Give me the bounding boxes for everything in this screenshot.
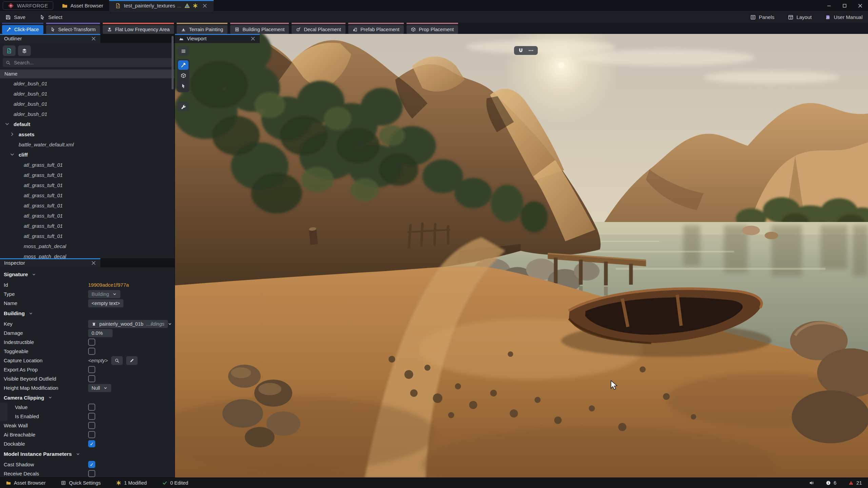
chevron-down-icon[interactable] xyxy=(10,152,15,157)
more-icon[interactable] xyxy=(528,48,534,53)
select-tool-button[interactable] xyxy=(178,81,189,91)
place-tool-button[interactable] xyxy=(178,60,189,70)
tab-asset-browser[interactable]: Asset Browser xyxy=(56,0,110,11)
search-input[interactable] xyxy=(13,60,169,66)
outliner-tree-row[interactable]: default xyxy=(0,119,175,129)
maximize-button[interactable] xyxy=(837,0,852,11)
close-panel-icon[interactable] xyxy=(91,260,96,266)
select-button[interactable]: Select xyxy=(40,14,62,20)
outliner-tree-row[interactable]: atl_grass_tuft_01 xyxy=(0,210,175,221)
field-control: Null xyxy=(88,384,111,392)
panels-icon xyxy=(61,481,66,485)
mode-button-building-placement[interactable]: Building Placement xyxy=(230,25,289,34)
chevron-down-icon[interactable] xyxy=(5,122,9,126)
inspector-body: SignatureId19909adce1f977aTypeBuildingNa… xyxy=(0,267,175,478)
magnet-icon[interactable] xyxy=(518,48,524,53)
outliner-tree-row[interactable]: atl_grass_tuft_01 xyxy=(0,231,175,241)
mode-button-select-transform[interactable]: Select-Transform xyxy=(46,25,100,34)
status-1-modified[interactable]: 1 Modified xyxy=(116,480,147,486)
dropdown[interactable]: Building xyxy=(88,290,120,298)
inspector-panel: Inspector SignatureId19909adce1f977aType… xyxy=(0,258,175,478)
outliner-tree-row[interactable]: moss_patch_decal xyxy=(0,241,175,251)
save-button[interactable]: Save xyxy=(5,14,25,20)
tab-test-painterly-textures[interactable]: test_painterly_textures ... xyxy=(109,0,213,11)
close-viewport-icon[interactable] xyxy=(250,36,256,41)
panels-button[interactable]: Panels xyxy=(750,14,774,20)
status-0-edited[interactable]: 0 Edited xyxy=(162,480,188,486)
info-count[interactable]: 6 xyxy=(826,480,836,486)
outliner-tree-row[interactable]: moss_patch_decal xyxy=(0,251,175,258)
dropdown[interactable]: Null xyxy=(88,384,111,392)
viewport-menu-button[interactable] xyxy=(178,46,189,56)
status-asset-browser[interactable]: Asset Browser xyxy=(6,480,45,486)
outliner-tab[interactable]: Outliner xyxy=(0,34,100,43)
scene-file-button[interactable] xyxy=(3,45,16,56)
mode-button-click-place[interactable]: Click-Place xyxy=(2,25,43,34)
mode-button-terrain-painting[interactable]: Terrain Painting xyxy=(177,25,228,34)
warning-count[interactable]: 21 xyxy=(849,480,862,486)
outliner-scrollbar[interactable] xyxy=(172,36,174,89)
checkbox[interactable] xyxy=(88,348,95,355)
checkbox[interactable]: ✓ xyxy=(88,440,95,447)
field-control xyxy=(88,470,95,477)
axe-icon xyxy=(181,62,186,68)
mode-button-decal-placement[interactable]: Decal Placement xyxy=(292,25,346,34)
tree-item-label: atl_grass_tuft_01 xyxy=(24,172,63,178)
outliner-tree-row[interactable]: atl_grass_tuft_01 xyxy=(0,200,175,210)
checkbox[interactable]: ✓ xyxy=(88,461,95,468)
outliner-tree-row[interactable]: alder_bush_01 xyxy=(0,109,175,119)
name-column-header[interactable]: Name xyxy=(0,69,175,78)
viewport[interactable]: Viewport xyxy=(175,34,868,478)
inspector-tab[interactable]: Inspector xyxy=(0,258,100,267)
inspector-section-signature[interactable]: Signature xyxy=(0,269,175,280)
chevron-right-icon[interactable] xyxy=(10,132,15,137)
key-dropdown[interactable]: painterly_wood_01b...ildings xyxy=(88,320,168,328)
layout-button[interactable]: Layout xyxy=(788,14,812,20)
capture-search-button[interactable] xyxy=(111,356,123,365)
outliner-tree-row[interactable]: atl_grass_tuft_01 xyxy=(0,180,175,190)
speaker-indicator[interactable] xyxy=(809,481,814,485)
close-window-button[interactable] xyxy=(852,0,868,11)
checkbox[interactable] xyxy=(88,366,95,373)
minimize-button[interactable] xyxy=(821,0,837,11)
close-panel-icon[interactable] xyxy=(91,36,96,41)
user-manual-button[interactable]: User Manual xyxy=(825,14,863,20)
close-tab-icon[interactable] xyxy=(202,3,208,8)
inspector-field-export-as-prop: Export As Prop xyxy=(0,365,175,374)
checkbox[interactable] xyxy=(88,422,95,429)
prop-tool-button[interactable] xyxy=(178,71,189,80)
inspector-section-building[interactable]: Building xyxy=(0,308,175,319)
viewport-tab[interactable]: Viewport xyxy=(175,34,260,43)
outliner-tree-row[interactable]: atl_grass_tuft_01 xyxy=(0,190,175,200)
outliner-tree-row[interactable]: battle_water_default.xml xyxy=(0,139,175,149)
value-button[interactable]: <empty text> xyxy=(88,299,123,307)
capture-edit-button[interactable] xyxy=(126,356,138,365)
outliner-search[interactable] xyxy=(3,58,172,67)
outliner-tree-row[interactable]: atl_grass_tuft_01 xyxy=(0,170,175,180)
outliner-tree-row[interactable]: assets xyxy=(0,129,175,139)
inspector-section-camera-clipping[interactable]: Camera Clipping xyxy=(0,392,175,403)
viewport-settings-button[interactable] xyxy=(178,102,189,111)
checkbox[interactable] xyxy=(88,404,95,411)
file-icon xyxy=(6,48,12,54)
layers-button[interactable] xyxy=(18,45,31,56)
checkbox[interactable] xyxy=(88,375,95,382)
mode-button-label: Flat Low Frequency Area xyxy=(115,27,170,32)
outliner-tree-row[interactable]: atl_grass_tuft_01 xyxy=(0,221,175,231)
checkbox[interactable] xyxy=(88,413,95,420)
checkbox[interactable] xyxy=(88,470,95,477)
outliner-tree-row[interactable]: alder_bush_01 xyxy=(0,99,175,109)
app-logo[interactable]: WARFORGE xyxy=(3,1,53,10)
outliner-tree-row[interactable]: alder_bush_01 xyxy=(0,88,175,99)
value-input[interactable]: 0.0% xyxy=(88,329,113,337)
mode-button-prefab-placement[interactable]: Prefab Placement xyxy=(348,25,404,34)
checkbox[interactable] xyxy=(88,339,95,346)
outliner-tree-row[interactable]: atl_grass_tuft_01 xyxy=(0,160,175,170)
mode-button-prop-placement[interactable]: Prop Placement xyxy=(407,25,458,34)
outliner-tree-row[interactable]: alder_bush_01 xyxy=(0,78,175,88)
mode-button-flat-low-frequency-area[interactable]: Flat Low Frequency Area xyxy=(103,25,174,34)
outliner-tree-row[interactable]: cliff xyxy=(0,149,175,160)
checkbox[interactable] xyxy=(88,431,95,438)
status-quick-settings[interactable]: Quick Settings xyxy=(61,480,101,486)
inspector-section-model-instance-parameters[interactable]: Model Instance Parameters xyxy=(0,448,175,460)
